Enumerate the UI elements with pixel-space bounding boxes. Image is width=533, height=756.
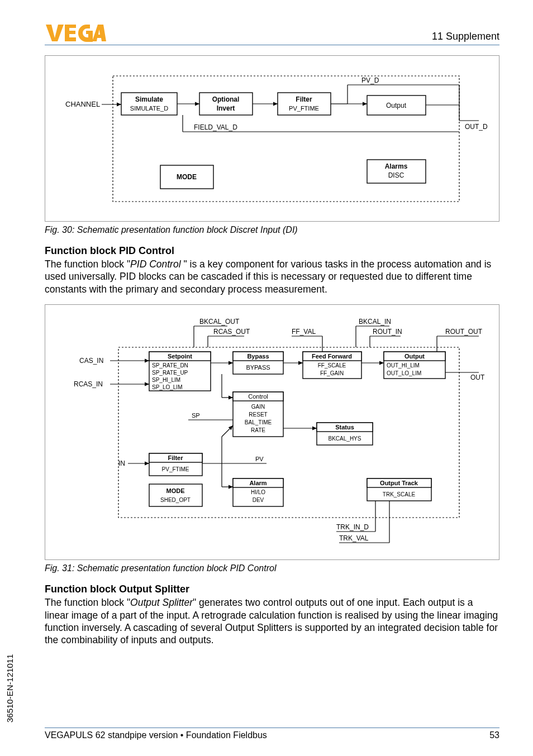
label-routin: ROUT_IN: [373, 328, 402, 336]
splitter-title: Function block Output Splitter: [45, 583, 499, 595]
label-ffval: FF_VAL: [292, 328, 316, 336]
label-pvftime: PV_FTIME: [289, 105, 319, 112]
label-sp: SP: [192, 412, 200, 419]
label-c4: RATE: [251, 427, 265, 433]
label-casin: CAS_IN: [79, 357, 103, 365]
label-pvd: PV_D: [361, 76, 379, 84]
label-bkcalout: BKCAL_OUT: [199, 318, 240, 326]
footer-left: VEGAPULS 62 standpipe version • Foundati…: [45, 730, 267, 740]
label-shed: SHED_OPT: [160, 497, 191, 503]
label-out: OUT: [470, 374, 485, 381]
label-bkcalin: BKCAL_IN: [359, 318, 391, 326]
vega-logo: [45, 22, 106, 42]
label-c3: BAL_TIME: [245, 419, 272, 425]
label-out2: OUT_LO_LIM: [387, 370, 421, 376]
splitter-text: The function block "Output Splitter" gen…: [45, 596, 499, 647]
label-optional: Optional: [212, 95, 240, 103]
label-simulate-d: SIMULATE_D: [130, 105, 168, 112]
label-bypassb: BYPASS: [246, 364, 270, 371]
label-setpoint: Setpoint: [168, 353, 192, 360]
label-sp3: SP_HI_LIM: [152, 377, 180, 383]
document-id: 36510-EN-121011: [5, 654, 15, 722]
pid-text-ital: PID Control: [130, 259, 183, 270]
label-outd: OUT_D: [465, 123, 488, 131]
label-pvftime31: PV_FTIME: [162, 466, 189, 472]
label-pv: PV: [255, 456, 264, 462]
figure-30: CHANNEL Simulate SIMULATE_D Optional Inv…: [45, 55, 499, 222]
label-output: Output: [386, 102, 407, 109]
label-out1: OUT_HI_LIM: [387, 362, 420, 369]
pid-title: Function block PID Control: [45, 245, 499, 257]
svg-marker-0: [46, 25, 64, 41]
label-invert: Invert: [217, 104, 235, 112]
label-sp1: SP_RATE_DN: [152, 362, 188, 369]
label-ff2: FF_GAIN: [320, 370, 344, 376]
footer-page-number: 53: [489, 730, 499, 740]
figure-31: BKCAL_OUT RCAS_OUT FF_VAL BKCAL_IN ROUT_…: [45, 304, 499, 560]
label-outputt: Output: [404, 353, 425, 360]
label-hilo: HI/LO: [251, 489, 265, 495]
label-ff1: FF_SCALE: [318, 362, 346, 369]
label-fieldvald: FIELD_VAL_D: [194, 123, 237, 131]
label-rcasout: RCAS_OUT: [213, 328, 250, 336]
label-trackb: TRK_SCALE: [383, 491, 416, 497]
label-simulate: Simulate: [135, 95, 163, 103]
label-channel: CHANNEL: [65, 100, 100, 108]
label-disc: DISC: [388, 171, 404, 179]
splitter-text-ital: Output Splitter: [130, 597, 193, 608]
pid-text: The function block "PID Control " is a k…: [45, 258, 499, 295]
label-alarms: Alarms: [385, 162, 408, 170]
figure-31-caption: Fig. 31: Schematic presentation function…: [45, 563, 499, 573]
svg-line-62: [222, 425, 233, 437]
label-trkval: TRK_VAL: [339, 534, 369, 542]
header-supplement: 11 Supplement: [432, 31, 499, 42]
label-filter31: Filter: [168, 454, 184, 461]
label-mode: MODE: [177, 173, 197, 181]
label-trkind: TRK_IN_D: [336, 523, 369, 531]
label-sp2: SP_RATE_UP: [152, 370, 188, 376]
label-alarm: Alarm: [249, 480, 266, 486]
label-c1: GAIN: [251, 404, 265, 410]
figure-30-caption: Fig. 30: Schematic presentation function…: [45, 225, 499, 235]
label-dev: DEV: [253, 497, 264, 503]
label-filter: Filter: [296, 95, 312, 103]
label-status: Status: [335, 424, 354, 430]
label-in: IN: [118, 460, 125, 467]
label-bypass: Bypass: [247, 353, 269, 360]
label-routout: ROUT_OUT: [445, 328, 483, 336]
splitter-text-pre: The function block ": [45, 597, 130, 608]
label-rcasin: RCAS_IN: [74, 380, 103, 388]
page-footer: VEGAPULS 62 standpipe version • Foundati…: [45, 728, 499, 740]
label-statusb: BKCAL_HYS: [329, 436, 361, 442]
pid-text-pre: The function block ": [45, 259, 130, 270]
page-header: 11 Supplement: [45, 22, 499, 45]
label-sp4: SP_LO_LIM: [152, 384, 182, 390]
label-track: Output Track: [380, 480, 418, 486]
label-control: Control: [248, 393, 268, 400]
label-ff: Feed Forward: [312, 353, 352, 360]
label-modet: MODE: [166, 487, 185, 494]
label-c2: RESET: [249, 412, 267, 418]
